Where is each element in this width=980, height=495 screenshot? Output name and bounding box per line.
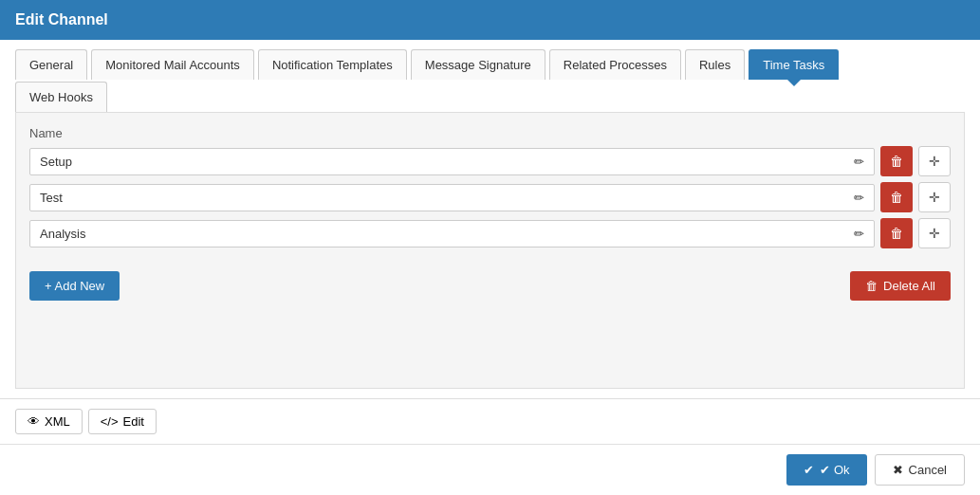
tab-general[interactable]: General: [15, 49, 87, 80]
edit-icon-setup[interactable]: ✏: [854, 155, 864, 169]
modal-footer: ✔ ✔ Ok ✖ Cancel: [0, 444, 980, 495]
xml-label: XML: [45, 414, 70, 429]
ok-label: ✔ Ok: [820, 463, 849, 477]
code-icon: </>: [101, 414, 119, 429]
table-row: Setup ✏ 🗑 ✛: [29, 146, 951, 176]
tab-rules[interactable]: Rules: [685, 49, 745, 80]
row-input-setup: Setup ✏: [29, 148, 875, 175]
tab-web-hooks[interactable]: Web Hooks: [15, 82, 107, 112]
content-area: Name Setup ✏ 🗑 ✛ Test ✏ 🗑 ✛: [15, 112, 965, 389]
edit-button[interactable]: </> Edit: [88, 409, 157, 434]
delete-button-analysis[interactable]: 🗑: [880, 218, 913, 248]
x-icon: ✖: [893, 463, 903, 477]
rows-list: Setup ✏ 🗑 ✛ Test ✏ 🗑 ✛ Analy: [29, 146, 951, 248]
trash-icon: 🗑: [865, 279, 878, 293]
modal-header: Edit Channel: [0, 0, 980, 40]
row-value-analysis: Analysis: [40, 227, 85, 241]
add-new-button[interactable]: + Add New: [29, 271, 120, 301]
drag-handle-test[interactable]: ✛: [918, 182, 951, 212]
table-row: Analysis ✏ 🗑 ✛: [29, 218, 951, 248]
tabs-row2: Web Hooks: [15, 82, 965, 112]
tab-monitored-mail-accounts[interactable]: Monitored Mail Accounts: [91, 49, 254, 80]
drag-handle-analysis[interactable]: ✛: [918, 218, 951, 248]
eye-icon: 👁: [28, 414, 40, 429]
row-value-test: Test: [40, 191, 63, 205]
modal-title: Edit Channel: [15, 11, 108, 28]
delete-all-button[interactable]: 🗑 Delete All: [850, 271, 951, 301]
field-label: Name: [29, 126, 951, 140]
xml-button[interactable]: 👁 XML: [15, 409, 83, 434]
cancel-label: Cancel: [909, 463, 947, 477]
edit-channel-modal: Edit Channel General Monitored Mail Acco…: [0, 0, 980, 495]
tab-notification-templates[interactable]: Notification Templates: [258, 49, 407, 80]
delete-all-label: Delete All: [883, 279, 935, 293]
tab-related-processes[interactable]: Related Processes: [549, 49, 681, 80]
modal-body: General Monitored Mail Accounts Notifica…: [0, 40, 980, 398]
tabs-wrapper: General Monitored Mail Accounts Notifica…: [15, 49, 965, 112]
row-input-analysis: Analysis ✏: [29, 220, 875, 248]
tabs-row1: General Monitored Mail Accounts Notifica…: [15, 49, 965, 80]
tab-message-signature[interactable]: Message Signature: [411, 49, 545, 80]
cancel-button[interactable]: ✖ Cancel: [875, 454, 965, 486]
bottom-bar: 👁 XML </> Edit: [0, 398, 980, 444]
row-input-test: Test ✏: [29, 184, 875, 211]
edit-icon-analysis[interactable]: ✏: [854, 227, 864, 241]
edit-icon-test[interactable]: ✏: [854, 191, 864, 205]
ok-button[interactable]: ✔ ✔ Ok: [786, 454, 866, 486]
delete-button-setup[interactable]: 🗑: [880, 146, 913, 176]
drag-handle-setup[interactable]: ✛: [918, 146, 951, 176]
edit-label: Edit: [123, 414, 144, 429]
table-row: Test ✏ 🗑 ✛: [29, 182, 951, 212]
row-value-setup: Setup: [40, 155, 72, 169]
checkmark-icon: ✔: [804, 463, 814, 477]
delete-button-test[interactable]: 🗑: [880, 182, 913, 212]
actions-row: + Add New 🗑 Delete All: [29, 271, 951, 301]
tab-time-tasks[interactable]: Time Tasks: [749, 49, 839, 80]
